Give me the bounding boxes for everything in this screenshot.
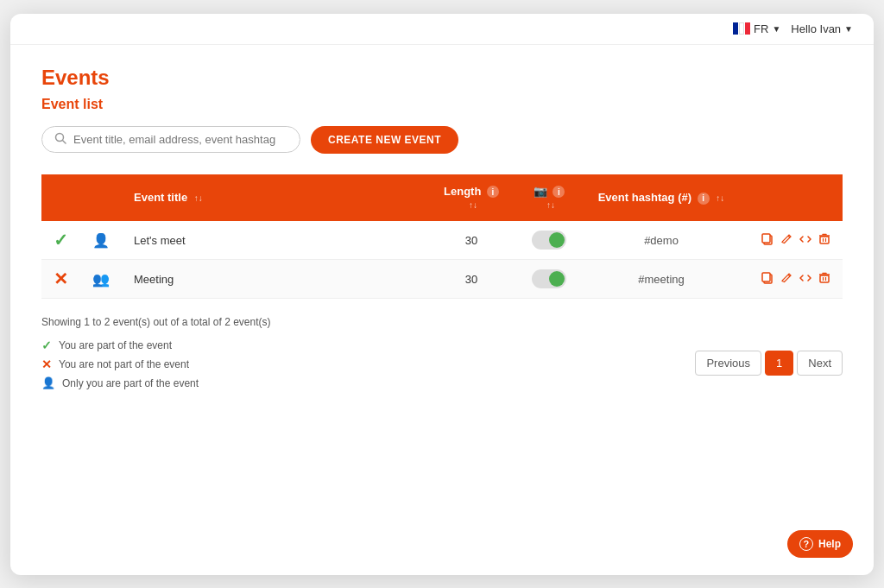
cell-actions bbox=[739, 260, 843, 299]
next-button[interactable]: Next bbox=[797, 351, 843, 376]
col-video: 📷 i ↑↓ bbox=[515, 174, 584, 222]
group-user-icon: 👥 bbox=[92, 272, 110, 287]
code-icon[interactable] bbox=[799, 272, 811, 287]
col-length: Length i ↑↓ bbox=[428, 174, 515, 222]
cell-video bbox=[515, 221, 584, 260]
events-table: Event title ↑↓ Length i ↑↓ 📷 i ↑↓ Eve bbox=[41, 174, 843, 300]
svg-rect-13 bbox=[820, 275, 829, 282]
col-actions bbox=[739, 174, 843, 222]
cell-video bbox=[515, 260, 584, 299]
video-toggle-container bbox=[527, 231, 571, 250]
user-label: Hello Ivan bbox=[791, 22, 841, 35]
cell-hashtag: #meeting bbox=[584, 260, 739, 299]
legend-item-check: ✓ You are part of the event bbox=[41, 338, 270, 352]
video-toggle[interactable] bbox=[532, 269, 566, 288]
previous-button[interactable]: Previous bbox=[695, 351, 761, 376]
create-event-button[interactable]: CREATE NEW EVENT bbox=[311, 126, 458, 154]
lang-chevron: ▼ bbox=[772, 24, 780, 34]
legend-user-icon: 👤 bbox=[41, 376, 55, 389]
legend-check-label: You are part of the event bbox=[59, 339, 172, 351]
cell-length: 30 bbox=[428, 221, 515, 260]
row-actions bbox=[751, 233, 830, 248]
single-user-icon: 👤 bbox=[92, 233, 110, 248]
user-chevron: ▼ bbox=[844, 24, 853, 34]
svg-line-1 bbox=[63, 141, 66, 144]
legend-cross-label: You are not part of the event bbox=[59, 358, 189, 370]
showing-text: Showing 1 to 2 event(s) out of a total o… bbox=[41, 316, 270, 328]
cell-length: 30 bbox=[428, 260, 515, 299]
sort-hashtag-icon[interactable]: ↑↓ bbox=[716, 193, 724, 203]
main-window: FR ▼ Hello Ivan ▼ Events Event list CREA… bbox=[10, 14, 874, 575]
sort-title-icon[interactable]: ↑↓ bbox=[194, 193, 203, 203]
footer-area: Showing 1 to 2 event(s) out of a total o… bbox=[41, 316, 843, 398]
delete-icon[interactable] bbox=[818, 272, 830, 287]
svg-rect-3 bbox=[762, 234, 770, 243]
table-row: ✕ 👥 Meeting 30 #meeting bbox=[41, 260, 843, 299]
top-bar: FR ▼ Hello Ivan ▼ bbox=[10, 14, 874, 45]
col-hashtag: Event hashtag (#) i ↑↓ bbox=[584, 174, 739, 222]
help-label: Help bbox=[818, 538, 841, 550]
search-box[interactable] bbox=[41, 126, 300, 153]
video-toggle-container bbox=[527, 269, 571, 288]
pagination: Previous 1 Next bbox=[695, 351, 843, 376]
content-area: Events Event list CREATE NEW EVENT bbox=[10, 45, 874, 575]
cell-type: 👥 bbox=[80, 260, 122, 299]
legend: ✓ You are part of the event ✕ You are no… bbox=[41, 338, 270, 389]
hashtag-info-icon[interactable]: i bbox=[698, 193, 710, 205]
edit-icon[interactable] bbox=[780, 272, 792, 287]
help-circle-icon: ? bbox=[799, 537, 813, 551]
video-info-icon[interactable]: i bbox=[552, 186, 565, 198]
edit-icon[interactable] bbox=[780, 233, 792, 248]
legend-item-cross: ✕ You are not part of the event bbox=[41, 357, 270, 371]
lang-label: FR bbox=[754, 22, 768, 35]
help-button[interactable]: ? Help bbox=[787, 530, 853, 558]
cell-hashtag: #demo bbox=[584, 221, 739, 260]
cell-status: ✓ bbox=[41, 221, 80, 260]
svg-rect-11 bbox=[762, 273, 770, 281]
row-status-cross: ✕ bbox=[54, 269, 68, 288]
user-menu[interactable]: Hello Ivan ▼ bbox=[791, 22, 853, 35]
lang-selector[interactable]: FR ▼ bbox=[733, 22, 780, 35]
right-footer: Previous 1 Next bbox=[695, 351, 843, 376]
col-status bbox=[41, 174, 80, 222]
cell-status: ✕ bbox=[41, 260, 80, 299]
section-title: Event list bbox=[41, 97, 843, 112]
cell-actions bbox=[739, 221, 843, 260]
legend-item-user: 👤 Only you are part of the event bbox=[41, 376, 270, 389]
row-actions bbox=[751, 272, 830, 287]
copy-icon[interactable] bbox=[761, 272, 774, 287]
cell-title: Meeting bbox=[122, 260, 428, 299]
svg-rect-5 bbox=[820, 237, 829, 243]
legend-check-icon: ✓ bbox=[41, 338, 52, 352]
sort-length-icon[interactable]: ↑↓ bbox=[469, 200, 477, 210]
delete-icon[interactable] bbox=[818, 233, 830, 248]
table-row: ✓ 👤 Let's meet 30 #demo bbox=[41, 221, 843, 260]
legend-user-label: Only you are part of the event bbox=[62, 377, 199, 389]
page-1-button[interactable]: 1 bbox=[765, 351, 793, 376]
code-icon[interactable] bbox=[799, 233, 811, 248]
video-camera-icon: 📷 bbox=[534, 185, 547, 198]
row-status-check: ✓ bbox=[54, 231, 68, 250]
toolbar: CREATE NEW EVENT bbox=[41, 126, 843, 154]
legend-cross-icon: ✕ bbox=[41, 357, 52, 371]
page-title: Events bbox=[41, 66, 843, 90]
copy-icon[interactable] bbox=[761, 233, 774, 248]
flag-icon bbox=[733, 22, 750, 35]
sort-video-icon[interactable]: ↑↓ bbox=[546, 200, 555, 210]
cell-type: 👤 bbox=[80, 221, 122, 260]
col-title: Event title ↑↓ bbox=[122, 174, 428, 222]
col-type bbox=[80, 174, 122, 222]
search-icon bbox=[54, 132, 66, 147]
video-toggle[interactable] bbox=[532, 231, 566, 250]
search-input[interactable] bbox=[73, 133, 287, 146]
cell-title: Let's meet bbox=[122, 221, 428, 260]
left-footer: Showing 1 to 2 event(s) out of a total o… bbox=[41, 316, 270, 389]
length-info-icon[interactable]: i bbox=[487, 186, 499, 198]
